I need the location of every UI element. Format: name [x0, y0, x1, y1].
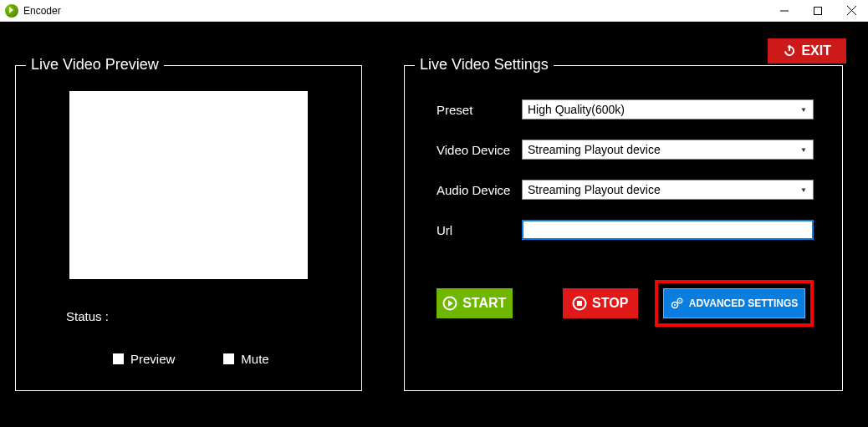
svg-marker-7 — [448, 300, 453, 307]
status-label: Status : — [66, 309, 109, 323]
app-body: EXIT Live Video Preview Status : Preview… — [0, 22, 868, 427]
window-title: Encoder — [23, 5, 61, 17]
mute-checkbox-label: Mute — [241, 352, 268, 366]
video-device-dropdown[interactable]: Streaming Playout device ▼ — [522, 140, 814, 160]
video-preview-area — [69, 91, 308, 279]
preset-row: Preset High Quality(600k) ▼ — [421, 99, 825, 119]
advanced-settings-button[interactable]: ADVANCED SETTINGS — [663, 288, 805, 318]
svg-point-11 — [674, 304, 676, 306]
svg-point-13 — [679, 300, 681, 302]
url-label: Url — [421, 223, 522, 237]
checkbox-box-icon — [223, 353, 234, 364]
chevron-down-icon: ▼ — [798, 146, 809, 154]
video-device-row: Video Device Streaming Playout device ▼ — [421, 140, 825, 160]
window-controls — [768, 0, 868, 22]
content-row: Live Video Preview Status : Preview Mute… — [15, 65, 853, 391]
settings-fieldset: Live Video Settings Preset High Quality(… — [404, 65, 843, 391]
power-icon — [783, 44, 796, 58]
advanced-highlight: ADVANCED SETTINGS — [655, 280, 814, 327]
audio-device-dropdown[interactable]: Streaming Playout device ▼ — [522, 180, 814, 200]
advanced-label: ADVANCED SETTINGS — [689, 297, 798, 309]
gears-icon — [671, 297, 684, 310]
titlebar-left: Encoder — [0, 4, 61, 18]
audio-device-row: Audio Device Streaming Playout device ▼ — [421, 180, 825, 200]
svg-rect-1 — [814, 7, 822, 14]
maximize-button[interactable] — [801, 0, 835, 22]
chevron-down-icon: ▼ — [798, 106, 809, 114]
exit-button[interactable]: EXIT — [768, 38, 846, 64]
preview-checkbox[interactable]: Preview — [113, 352, 175, 366]
svg-rect-9 — [577, 301, 582, 306]
play-circle-icon — [442, 296, 457, 311]
mute-checkbox[interactable]: Mute — [223, 352, 268, 366]
preview-fieldset: Live Video Preview Status : Preview Mute — [15, 65, 362, 391]
audio-device-label: Audio Device — [421, 183, 522, 197]
stop-button[interactable]: STOP — [563, 288, 639, 318]
exit-label: EXIT — [801, 43, 831, 58]
stop-label: STOP — [592, 296, 628, 311]
preset-value: High Quality(600k) — [528, 103, 625, 116]
audio-device-value: Streaming Playout device — [528, 183, 661, 196]
start-button[interactable]: START — [437, 288, 513, 318]
preview-checkbox-label: Preview — [130, 352, 175, 366]
checkbox-row: Preview Mute — [113, 352, 345, 366]
app-icon — [5, 4, 18, 18]
chevron-down-icon: ▼ — [798, 186, 809, 194]
stop-circle-icon — [572, 296, 587, 311]
video-device-label: Video Device — [421, 143, 522, 157]
close-button[interactable] — [835, 0, 868, 22]
url-input[interactable] — [522, 220, 814, 240]
url-row: Url — [421, 220, 825, 240]
video-device-value: Streaming Playout device — [528, 143, 661, 156]
button-row: START STOP — [421, 280, 825, 327]
preset-dropdown[interactable]: High Quality(600k) ▼ — [522, 99, 814, 119]
start-label: START — [462, 296, 506, 311]
minimize-button[interactable] — [768, 0, 801, 22]
checkbox-box-icon — [113, 353, 124, 364]
titlebar: Encoder — [0, 0, 868, 22]
status-row: Status : — [66, 309, 345, 323]
settings-legend: Live Video Settings — [415, 56, 554, 74]
preset-label: Preset — [421, 103, 522, 117]
preview-legend: Live Video Preview — [26, 56, 164, 74]
